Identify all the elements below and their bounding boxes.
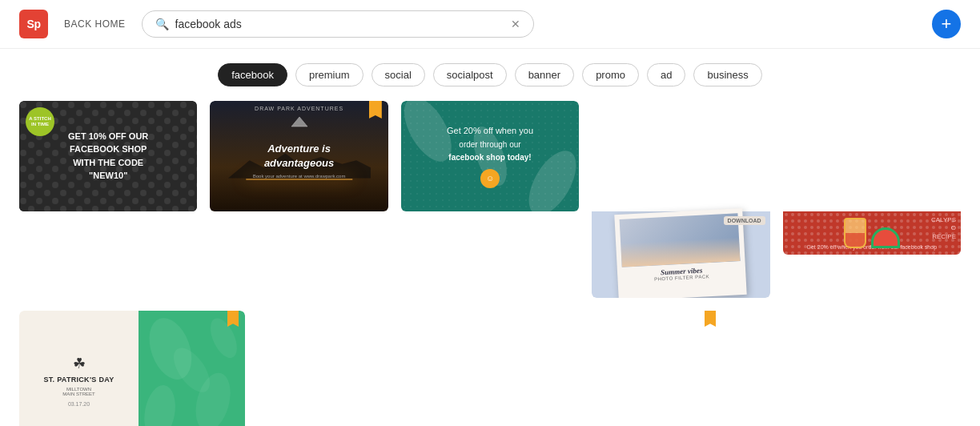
card-6-clover: ☘ bbox=[73, 355, 86, 372]
card-2-subtitle: DRAW PARK ADVENTURES bbox=[210, 106, 388, 111]
card-1-badge: A STITCHIN TIME bbox=[26, 107, 54, 136]
app-header: Sp BACK HOME 🔍 ✕ + bbox=[0, 0, 980, 49]
template-card-8[interactable]: DISCOUNTS May your destination ahead of … bbox=[496, 311, 722, 426]
card-5-corner-text: CALYPSORECIPE bbox=[931, 216, 956, 241]
search-icon: 🔍 bbox=[155, 18, 169, 30]
template-card-6[interactable]: ☘ ST. PATRICK'S DAY MILLTOWNMAIN STREET … bbox=[19, 311, 245, 426]
card-6-subtitle: MILLTOWNMAIN STREET bbox=[62, 387, 94, 396]
search-input[interactable] bbox=[175, 18, 505, 30]
filter-tag-business[interactable]: business bbox=[693, 63, 761, 86]
template-card-7[interactable]: CALYPSO THE GUIDE Get 20% off when you o… bbox=[258, 311, 484, 426]
filter-tag-social[interactable]: social bbox=[372, 63, 425, 86]
template-card-2[interactable]: DRAW PARK ADVENTURES Adventure isadvanta… bbox=[210, 101, 388, 298]
search-bar: 🔍 ✕ bbox=[142, 10, 535, 38]
svg-point-11 bbox=[140, 383, 179, 426]
template-row-2: ☘ ST. PATRICK'S DAY MILLTOWNMAIN STREET … bbox=[0, 311, 980, 426]
template-card-9[interactable]: 🎮 ACMEHOBBIES GAMINGTOURNAMENT 🎮 — — — bbox=[735, 311, 961, 426]
card-4-download-badge: DOWNLOAD bbox=[724, 216, 765, 225]
filter-tag-banner[interactable]: banner bbox=[515, 63, 574, 86]
filter-tag-ad[interactable]: ad bbox=[647, 63, 685, 86]
card-6-date: 03.17.20 bbox=[68, 401, 90, 407]
template-card-3[interactable]: Get 20% off when you order through our f… bbox=[401, 101, 579, 298]
filter-tag-premium[interactable]: premium bbox=[295, 63, 363, 86]
back-home-link[interactable]: BACK HOME bbox=[64, 18, 126, 30]
add-button[interactable]: + bbox=[932, 10, 961, 38]
filter-row: facebook premium social socialpost banne… bbox=[0, 49, 980, 101]
card-6-title: ST. PATRICK'S DAY bbox=[43, 376, 114, 384]
filter-tag-promo[interactable]: promo bbox=[582, 63, 639, 86]
template-card-1[interactable]: A STITCHIN TIME GET 10% OFF OURFACEBOOK … bbox=[19, 101, 197, 298]
filter-tag-facebook[interactable]: facebook bbox=[218, 63, 287, 86]
template-row-1: A STITCHIN TIME GET 10% OFF OURFACEBOOK … bbox=[0, 101, 980, 311]
card-6-green-half bbox=[139, 311, 245, 426]
clear-search-icon[interactable]: ✕ bbox=[511, 18, 520, 30]
filter-tag-socialpost[interactable]: socialpost bbox=[433, 63, 507, 86]
card-1-text: GET 10% OFF OURFACEBOOK SHOPWITH THE COD… bbox=[68, 130, 148, 183]
app-logo[interactable]: Sp bbox=[19, 10, 48, 38]
template-card-5[interactable]: CALYPSORECIPE Get 20% off when you order… bbox=[783, 101, 961, 298]
card-3-text: Get 20% off when you order through our f… bbox=[447, 124, 533, 188]
template-card-4[interactable]: DOWNLOAD Summer vibes PHOTO FILTER PACK bbox=[592, 101, 769, 298]
card-2-text: Adventure isadvantageous Book your adven… bbox=[253, 142, 346, 179]
